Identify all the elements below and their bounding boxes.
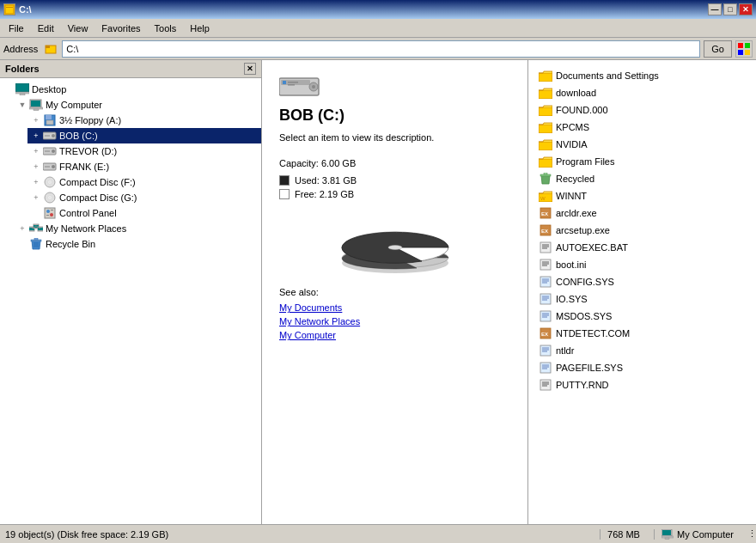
folder-icon-found bbox=[539, 103, 552, 117]
svg-point-29 bbox=[49, 181, 51, 183]
folders-title: Folders bbox=[5, 64, 40, 74]
go-label: Go bbox=[711, 44, 724, 54]
sys-icon-io bbox=[539, 292, 552, 306]
folders-close-button[interactable]: ✕ bbox=[244, 63, 256, 75]
file-item-kpcms[interactable]: KPCMS bbox=[535, 119, 749, 136]
svg-rect-56 bbox=[288, 82, 298, 83]
bob-c-label: BOB (C:) bbox=[59, 131, 98, 141]
menu-tools[interactable]: Tools bbox=[148, 21, 184, 35]
drive-icon-large bbox=[279, 74, 510, 100]
svg-rect-63 bbox=[539, 90, 552, 99]
file-item-found000[interactable]: FOUND.000 bbox=[535, 101, 749, 119]
file-name-winnt: WINNT bbox=[556, 191, 587, 201]
close-button[interactable]: ✕ bbox=[739, 3, 753, 15]
svg-rect-3 bbox=[46, 46, 50, 48]
svg-rect-88 bbox=[540, 294, 551, 304]
file-name-recycled: Recycled bbox=[556, 174, 594, 184]
tree-item-my-computer[interactable]: ▼ My Computer bbox=[14, 97, 261, 113]
file-name-iosys: IO.SYS bbox=[556, 294, 588, 304]
svg-rect-66 bbox=[539, 142, 552, 150]
svg-rect-62 bbox=[539, 73, 552, 82]
file-item-pagefile[interactable]: PAGEFILE.SYS bbox=[535, 359, 749, 376]
tree-item-desktop[interactable]: Desktop bbox=[0, 82, 261, 97]
svg-rect-46 bbox=[31, 240, 41, 241]
windows-logo bbox=[735, 40, 753, 58]
menu-edit[interactable]: Edit bbox=[31, 21, 61, 35]
file-item-configsys[interactable]: CONFIG.SYS bbox=[535, 273, 749, 290]
svg-point-19 bbox=[52, 134, 55, 137]
tree-item-recycle-bin[interactable]: Recycle Bin bbox=[14, 236, 261, 252]
go-button[interactable]: Go bbox=[704, 40, 732, 58]
menu-favorites[interactable]: Favorites bbox=[94, 21, 147, 35]
tree-item-control-panel[interactable]: Control Panel bbox=[27, 205, 261, 221]
file-item-ntldr[interactable]: ntldr bbox=[535, 342, 749, 359]
drive-title: BOB (C:) bbox=[279, 107, 510, 125]
menu-file[interactable]: File bbox=[2, 21, 31, 35]
desktop-icon bbox=[15, 82, 29, 96]
address-input[interactable] bbox=[62, 40, 700, 58]
file-name-ntdetect: NTDETECT.COM bbox=[556, 328, 630, 339]
tree-item-cd-f[interactable]: + Compact Disc (F:) bbox=[27, 174, 261, 190]
file-item-documents-and-settings[interactable]: Documents and Settings bbox=[535, 67, 749, 84]
svg-rect-67 bbox=[539, 159, 552, 168]
maximize-button[interactable]: □ bbox=[723, 3, 737, 15]
tree-item-frank-e[interactable]: + FRANK (E:) bbox=[27, 159, 261, 174]
recycle-bin-label: Recycle Bin bbox=[46, 239, 95, 249]
file-name-kpcms: KPCMS bbox=[556, 122, 589, 132]
my-computer-label: My Computer bbox=[46, 100, 102, 110]
file-item-download[interactable]: download bbox=[535, 84, 749, 101]
svg-text:EX: EX bbox=[541, 211, 548, 217]
file-name-nvidia: NVIDIA bbox=[556, 139, 588, 149]
file-item-msdossys[interactable]: MSDOS.SYS bbox=[535, 308, 749, 325]
file-item-recycled[interactable]: Recycled bbox=[535, 170, 749, 187]
see-also-my-network-places[interactable]: My Network Places bbox=[279, 316, 510, 326]
file-item-ntdetect[interactable]: EX NTDETECT.COM bbox=[535, 325, 749, 342]
file-item-nvidia[interactable]: NVIDIA bbox=[535, 136, 749, 153]
file-item-bootini[interactable]: boot.ini bbox=[535, 256, 749, 273]
control-panel-icon bbox=[43, 206, 57, 220]
capacity-info: Capacity: 6.00 GB bbox=[279, 158, 510, 168]
tree-item-bob-c[interactable]: + BOB (C:) bbox=[27, 128, 261, 143]
svg-rect-20 bbox=[45, 135, 50, 137]
file-item-iosys[interactable]: IO.SYS bbox=[535, 290, 749, 308]
expander-my-computer: ▼ bbox=[15, 98, 29, 112]
svg-text:EX: EX bbox=[541, 229, 548, 234]
svg-rect-92 bbox=[540, 311, 551, 321]
file-item-winnt[interactable]: W WINNT bbox=[535, 187, 749, 204]
file-item-arcsetup[interactable]: EX arcsetup.exe bbox=[535, 222, 749, 239]
recycled-icon bbox=[539, 172, 552, 186]
status-right: 768 MB My Computer ⋮ bbox=[600, 528, 751, 540]
minimize-button[interactable]: — bbox=[708, 3, 722, 15]
tree-item-cd-g[interactable]: + Compact Disc (G:) bbox=[27, 190, 261, 205]
file-item-program-files[interactable]: Program Files bbox=[535, 153, 749, 170]
folders-tree: Desktop ▼ My Computer + bbox=[0, 78, 261, 524]
status-left: 19 object(s) (Disk free space: 2.19 GB) bbox=[5, 529, 600, 540]
file-name-ntldr: ntldr bbox=[556, 345, 574, 356]
see-also-my-computer[interactable]: My Computer bbox=[279, 330, 510, 340]
sys-icon-ntldr bbox=[539, 344, 552, 357]
expander-frank-e: + bbox=[29, 160, 43, 174]
hdd-frank-icon bbox=[43, 160, 57, 174]
svg-rect-14 bbox=[34, 109, 39, 111]
file-item-putty[interactable]: PUTTY.RND bbox=[535, 376, 749, 394]
my-network-label: My Network Places bbox=[46, 223, 126, 234]
svg-point-25 bbox=[52, 165, 55, 168]
svg-rect-57 bbox=[288, 84, 295, 86]
see-also-my-documents[interactable]: My Documents bbox=[279, 302, 510, 313]
tree-item-floppy[interactable]: + 3½ Floppy (A:) bbox=[27, 113, 261, 128]
cd-g-label: Compact Disc (G:) bbox=[59, 192, 137, 203]
file-name-arcldr: arcldr.exe bbox=[556, 208, 597, 218]
tree-item-my-network[interactable]: + My Network Places bbox=[14, 221, 261, 236]
file-item-autoexec[interactable]: AUTOEXEC.BAT bbox=[535, 239, 749, 256]
file-item-arcldr[interactable]: EX arcldr.exe bbox=[535, 204, 749, 222]
computer-label: My Computer bbox=[677, 529, 734, 540]
menu-view[interactable]: View bbox=[61, 21, 95, 35]
tree-item-trevor-d[interactable]: + TREVOR (D:) bbox=[27, 143, 261, 159]
control-panel-label: Control Panel bbox=[59, 208, 117, 218]
pie-chart bbox=[335, 213, 455, 273]
used-row: Used: 3.81 GB bbox=[279, 175, 510, 186]
free-label: Free: 2.19 GB bbox=[295, 189, 354, 199]
status-computer: My Computer bbox=[654, 529, 741, 540]
expander-bob-c: + bbox=[29, 129, 43, 143]
menu-help[interactable]: Help bbox=[183, 21, 216, 35]
